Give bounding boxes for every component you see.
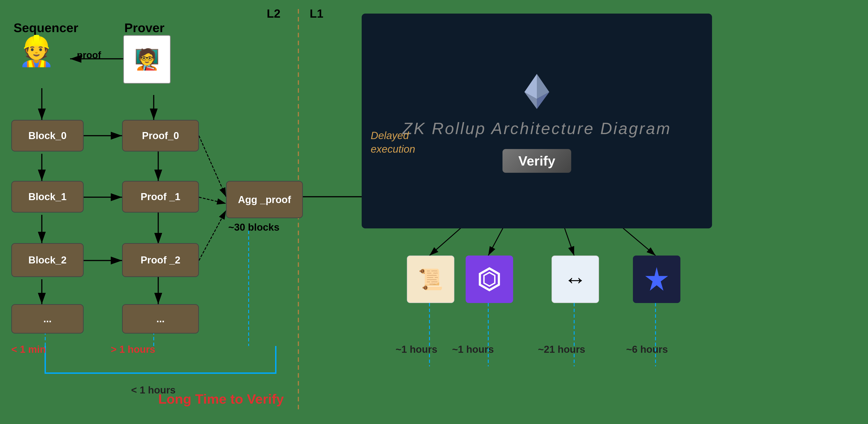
ethereum-diamond [517,69,557,115]
time-verify2: ~1 hours [452,344,494,355]
prover-avatar: 🧑‍🏫 [123,35,170,84]
proof1-box: Proof _1 [122,181,199,213]
svg-marker-35 [524,74,537,99]
svg-marker-36 [480,268,499,290]
svg-marker-38 [645,267,668,291]
time-verify3: ~21 hours [538,344,585,355]
ethereum-panel: ZK Rollup Architecture Diagram Verify [362,13,712,229]
arbitrum-icon: ↔ [552,255,599,303]
proof0-box: Proof_0 [122,120,199,152]
thirty-blocks-label: ~30 blocks [228,222,279,233]
ethereum-text: ZK Rollup Architecture Diagram [402,119,671,138]
long-time-label: Long Time to Verify [158,391,284,407]
svg-marker-37 [484,272,495,286]
sequencer-label: Sequencer [13,20,78,35]
block1-box: Block_1 [11,181,84,213]
time-less-1min: < 1 min [11,344,46,355]
svg-line-18 [199,210,226,261]
starknet-icon [633,255,680,303]
block2-box: Block_2 [11,243,84,277]
l2-label: L2 [267,7,281,20]
l1-label: L1 [310,7,323,20]
proof-arrow-label: proof [77,50,101,61]
proof-dots-box: ... [122,304,199,334]
block-dots-box: ... [11,304,84,334]
verify-box: Verify [502,149,571,173]
svg-line-16 [199,136,226,197]
proof2-box: Proof _2 [122,243,199,277]
sequencer-avatar: 👷 [18,36,55,66]
delayed-execution-label: Delayedexecution [371,129,415,156]
block0-box: Block_0 [11,120,84,152]
svg-line-17 [199,197,226,204]
prover-label: Prover [124,20,164,35]
time-more-1hour: > 1 hours [111,344,155,355]
agg-proof-box: Agg _proof [226,181,303,218]
diagram-container: L2 L1 Sequencer Prover 👷 🧑‍🏫 proof Block… [0,0,868,424]
time-verify1: ~1 hours [396,344,437,355]
polygon-icon [466,255,513,303]
time-verify4: ~6 hours [626,344,668,355]
scroll-icon: 📜 [407,255,454,303]
